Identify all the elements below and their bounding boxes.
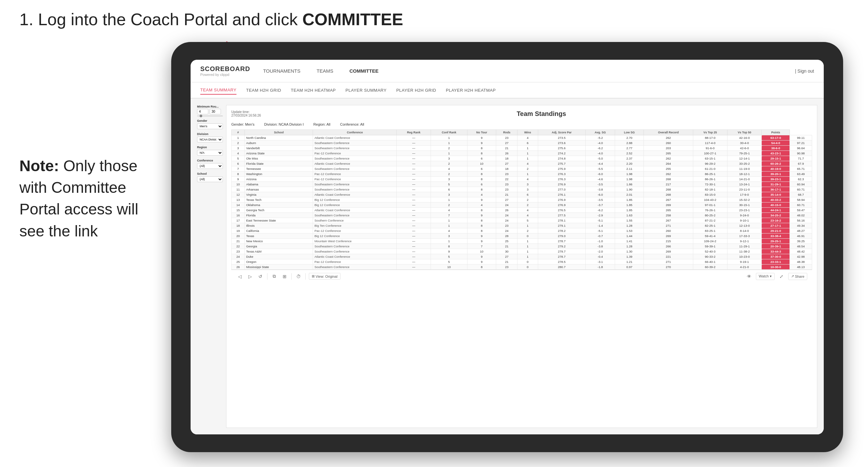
col-reg-rank: Reg Rank: [397, 130, 431, 135]
table-row: 14OklahomaBig 12 Conference—24242276.9-3…: [231, 203, 812, 208]
scoreboard-panel: Update time: 27/03/2024 16:56:26 Team St…: [226, 105, 817, 428]
table-row: 19CaliforniaPac-12 Conference—48242278.2…: [231, 228, 812, 234]
nav-committee[interactable]: COMMITTEE: [349, 66, 379, 75]
table-row: 17East Tennessee StateSouthern Conferenc…: [231, 218, 812, 223]
region-display: Region: All: [313, 122, 331, 126]
toolbar-add-icon[interactable]: ⊞: [281, 273, 288, 280]
sub-nav-player-h2h-grid[interactable]: PLAYER H2H GRID: [396, 86, 436, 94]
table-row: 15Georgia TechAtlantic Coast Conference—…: [231, 208, 812, 213]
school-filter: School (All): [197, 172, 223, 182]
table-row: 8WashingtonPac-12 Conference—28231276.3-…: [231, 172, 812, 177]
nav-teams[interactable]: TEAMS: [317, 66, 333, 75]
region-filter: Region N/A: [197, 146, 223, 156]
sub-nav: TEAM SUMMARY TEAM H2H GRID TEAM H2H HEAT…: [191, 82, 824, 98]
sign-out-button[interactable]: | Sign out: [795, 68, 814, 74]
toolbar-back-icon[interactable]: ◁: [236, 273, 243, 280]
min-rounds-input1[interactable]: [197, 109, 208, 114]
table-row: 26Mississippi StateSoutheastern Conferen…: [231, 264, 812, 270]
table-row: 16FloridaSoutheastern Conference—7924427…: [231, 213, 812, 218]
col-conf-rank: Conf Rank: [431, 130, 467, 135]
gender-label: Gender: [197, 119, 223, 122]
col-adj-score: Adj. Score Par: [538, 130, 585, 135]
division-display: Division: NCAA Division I: [264, 122, 304, 126]
logo-text: SCOREBOARD: [200, 65, 250, 72]
table-row: 1North CarolinaAtlantic Coast Conference…: [231, 135, 812, 141]
tablet-frame: SCOREBOARD Powered by clippd TOURNAMENTS…: [171, 42, 843, 452]
school-select[interactable]: (All): [197, 176, 223, 182]
col-rnds: Rnds: [496, 130, 518, 135]
table-row: 5Ole MissSoutheastern Conference—3618127…: [231, 156, 812, 161]
nav-tournaments[interactable]: TOURNAMENTS: [263, 66, 301, 75]
toolbar-sep1: [267, 273, 268, 280]
toolbar-forward-icon[interactable]: ▷: [246, 273, 254, 280]
view-original-btn[interactable]: ⊞ View: Original: [309, 273, 340, 280]
table-row: 20TexasBig 12 Conference—39280279.0-0.71…: [231, 234, 812, 239]
committee-label: COMMITTEE: [302, 10, 403, 29]
table-row: 21New MexicoMountain West Conference—192…: [231, 239, 812, 244]
table-row: 7TennesseeSoutheastern Conference—461822…: [231, 166, 812, 172]
watch-icon[interactable]: 👁: [746, 273, 753, 280]
toolbar-refresh-icon[interactable]: ↺: [257, 273, 264, 280]
tablet-screen: SCOREBOARD Powered by clippd TOURNAMENTS…: [191, 60, 824, 434]
step-number: 1.: [20, 10, 33, 29]
table-row: 9ArizonaPac-12 Conference—38224276.3-4.6…: [231, 177, 812, 182]
col-avg-sg: Avg. SG: [586, 130, 615, 135]
col-rank: #: [231, 130, 245, 135]
content-inner: Minimum Rou... Gender Men's: [197, 105, 817, 428]
sub-nav-team-h2h-heatmap[interactable]: TEAM H2H HEATMAP: [291, 86, 336, 94]
bottom-toolbar: ◁ ▷ ↺ ⧉ ⊞ ⏱ ⊞ View: Original: [231, 270, 812, 283]
division-filter: Division NCAA Division I: [197, 132, 223, 143]
sub-nav-team-summary[interactable]: TEAM SUMMARY: [200, 86, 237, 95]
watch-btn[interactable]: Watch ▾: [756, 273, 775, 280]
school-filter-label: School: [197, 172, 223, 175]
region-select[interactable]: N/A: [197, 150, 223, 156]
table-row: 24DukeAtlantic Coast Conference—59271278…: [231, 254, 812, 259]
gender-filter: Gender Men's Women's: [197, 119, 223, 129]
conference-select[interactable]: (All): [197, 163, 223, 169]
region-label: Region: [197, 146, 223, 149]
filter-row: Gender: Men's Division: NCAA Division I …: [231, 122, 812, 126]
sub-nav-player-h2h-heatmap[interactable]: PLAYER H2H HEATMAP: [446, 86, 496, 94]
table-row: 2AuburnSoutheastern Conference—19276273.…: [231, 141, 812, 146]
table-row: 12VirginiaAtlantic Coast Conference—3421…: [231, 192, 812, 197]
division-select[interactable]: NCAA Division I: [197, 136, 223, 143]
table-row: 10AlabamaSoutheastern Conference—5623327…: [231, 182, 812, 187]
table-row: 3VanderbiltSoutheastern Conference—28211…: [231, 146, 812, 151]
logo: SCOREBOARD Powered by clippd: [200, 65, 250, 76]
col-conference: Conference: [313, 130, 397, 135]
col-vs25: Vs Top 25: [693, 130, 727, 135]
update-time: Update time: 27/03/2024 16:56:26: [231, 110, 261, 117]
nav-links: TOURNAMENTS TEAMS COMMITTEE: [263, 66, 795, 75]
table-row: 6Florida StateAtlantic Coast Conference—…: [231, 161, 812, 166]
toolbar-right: 👁 Watch ▾ ⤢ ↗ Share: [746, 273, 807, 280]
share-btn[interactable]: ↗ Share: [788, 273, 807, 280]
powered-by-text: Powered by clippd: [200, 73, 250, 76]
conference-filter: Conference (All): [197, 159, 223, 169]
resize-icon[interactable]: ⤢: [778, 273, 785, 280]
division-label: Division: [197, 132, 223, 136]
toolbar-sep2: [291, 273, 292, 280]
table-row: 18IllinoisBig Ten Conference—18231279.1-…: [231, 223, 812, 228]
toolbar-sep3: [305, 273, 306, 280]
gender-display: Gender: Men's: [231, 122, 254, 126]
conference-display: Conference: All: [340, 122, 364, 126]
table-row: 4Arizona StatePac-12 Conference—18261274…: [231, 151, 812, 156]
col-school: School: [245, 130, 313, 135]
table-row: 13Texas TechBig 12 Conference—19272276.9…: [231, 197, 812, 203]
col-vs50: Vs Top 50: [727, 130, 762, 135]
toolbar-clock-icon[interactable]: ⏱: [295, 273, 302, 280]
nav-bar: SCOREBOARD Powered by clippd TOURNAMENTS…: [191, 60, 824, 82]
min-rounds-input2[interactable]: [210, 109, 221, 114]
sub-nav-team-h2h-grid[interactable]: TEAM H2H GRID: [246, 86, 281, 94]
instruction-body: Log into the Coach Portal and click: [38, 10, 302, 29]
sub-nav-player-summary[interactable]: PLAYER SUMMARY: [346, 86, 387, 94]
table-row: 25OregonPac-12 Conference—59210278.5-3.1…: [231, 259, 812, 264]
standings-table: # School Conference Reg Rank Conf Rank N…: [231, 129, 812, 270]
panel-header: Update time: 27/03/2024 16:56:26 Team St…: [231, 110, 812, 118]
slider-track[interactable]: [197, 115, 223, 117]
instruction-text: 1. Log into the Coach Portal and click C…: [20, 10, 403, 29]
note-bold-prefix: Note:: [20, 157, 59, 175]
main-content: Minimum Rou... Gender Men's: [191, 98, 824, 434]
gender-select[interactable]: Men's Women's: [197, 123, 223, 129]
toolbar-copy-icon[interactable]: ⧉: [271, 273, 278, 280]
